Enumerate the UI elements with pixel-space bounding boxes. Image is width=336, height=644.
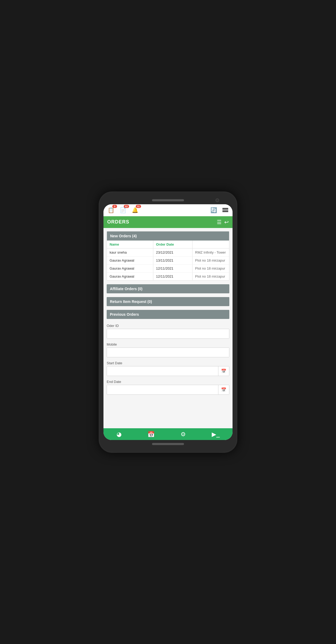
logout-icon: ▶⎯: [212, 431, 220, 438]
row2-address: Plot no 18 mirzapur: [193, 257, 229, 264]
col-header-name: Name: [107, 241, 153, 248]
table-row[interactable]: Gaurav Agrawal 12/11/2021 Plot no 18 mir…: [107, 265, 229, 273]
bottom-navigation: ◕ 📅 ⚙ ▶⎯: [103, 428, 233, 440]
mobile-label: Mobile: [107, 341, 229, 347]
orders-header-title: ORDERS: [107, 219, 129, 225]
end-date-calendar-button[interactable]: 📅: [218, 385, 229, 394]
start-date-calendar-button[interactable]: 📅: [218, 366, 229, 376]
row1-address: RMZ Infinity - Tower: [193, 249, 229, 256]
documents-badge: 62: [124, 205, 129, 208]
end-date-input[interactable]: [107, 385, 218, 394]
new-orders-header: New Orders (4): [107, 231, 229, 241]
menu-icon-wrapper[interactable]: [222, 208, 228, 212]
end-date-label: End Date: [107, 379, 229, 385]
row1-name: kaur sneha: [107, 249, 153, 256]
order-id-input-wrapper: [107, 329, 229, 339]
order-id-label: Oder ID: [107, 323, 229, 329]
row4-date: 12/11/2021: [153, 273, 193, 280]
phone-top-bar: [103, 196, 233, 204]
new-orders-title: New Orders (4): [107, 231, 229, 241]
nav-calendar[interactable]: 📅: [147, 431, 155, 438]
row3-address: Plot no 18 mirzapur: [193, 265, 229, 272]
mobile-input-wrapper: [107, 347, 229, 357]
calendar-icon: 📅: [147, 431, 155, 438]
phone-pill: [152, 199, 184, 201]
order-id-input[interactable]: [107, 329, 229, 338]
phone-screen: 📋 0 📄 62 🔔 31 🔄 ORDERS: [103, 204, 233, 440]
list-view-icon[interactable]: ☰: [217, 219, 222, 225]
phone-camera: [215, 198, 219, 202]
start-date-input-wrapper: 📅: [107, 366, 229, 376]
row4-name: Gaurav Agrawal: [107, 273, 153, 280]
nav-logout[interactable]: ▶⎯: [212, 431, 220, 438]
row3-name: Gaurav Agrawal: [107, 265, 153, 272]
orders-badge: 0: [112, 205, 117, 208]
table-row[interactable]: Gaurav Agrawal 13/11/2021 Plot no 18 mir…: [107, 257, 229, 265]
row2-name: Gaurav Agrawal: [107, 257, 153, 264]
orders-icon-wrapper[interactable]: 📋 0: [108, 207, 114, 213]
row1-date: 23/12/2021: [153, 249, 193, 256]
affiliate-orders-section[interactable]: Affiliate Orders (0): [107, 284, 229, 293]
orders-header-banner: ORDERS ☰ ↩: [103, 216, 233, 228]
start-date-input[interactable]: [107, 366, 218, 376]
row2-date: 13/11/2021: [153, 257, 193, 264]
table-row[interactable]: Gaurav Agrawal 12/11/2021 Plot no 18 mir…: [107, 273, 229, 280]
table-row[interactable]: kaur sneha 23/12/2021 RMZ Infinity - Tow…: [107, 249, 229, 257]
end-date-input-wrapper: 📅: [107, 385, 229, 395]
return-item-section[interactable]: Return Item Request (0): [107, 297, 229, 306]
previous-orders-header[interactable]: Previous Orders: [107, 310, 229, 319]
order-id-group: Oder ID: [107, 323, 229, 339]
previous-orders-section: Previous Orders Oder ID Mobile: [107, 310, 229, 395]
nav-dashboard[interactable]: ◕: [117, 431, 122, 438]
start-date-label: Start Date: [107, 360, 229, 366]
new-orders-table: New Orders (4) Name Order Date kaur sneh…: [107, 231, 229, 281]
hamburger-icon: [222, 208, 228, 212]
back-icon[interactable]: ↩: [224, 219, 229, 225]
phone-bottom-pill: [152, 443, 184, 445]
refresh-icon-wrapper[interactable]: 🔄: [210, 207, 217, 213]
settings-icon: ⚙: [181, 431, 186, 438]
mobile-group: Mobile: [107, 341, 229, 357]
col-header-date: Order Date: [153, 241, 193, 248]
end-date-group: End Date 📅: [107, 379, 229, 395]
refresh-icon: 🔄: [210, 207, 217, 213]
nav-settings[interactable]: ⚙: [181, 431, 186, 438]
phone-frame: 📋 0 📄 62 🔔 31 🔄 ORDERS: [99, 191, 237, 453]
bell-icon-wrapper[interactable]: 🔔 31: [132, 207, 138, 213]
row3-date: 12/11/2021: [153, 265, 193, 272]
mobile-input[interactable]: [107, 348, 229, 357]
top-navigation: 📋 0 📄 62 🔔 31 🔄: [103, 204, 233, 216]
documents-icon-wrapper[interactable]: 📄 62: [120, 207, 126, 213]
screen-content: New Orders (4) Name Order Date kaur sneh…: [103, 228, 233, 428]
orders-header-icons: ☰ ↩: [217, 219, 229, 225]
start-date-group: Start Date 📅: [107, 360, 229, 376]
table-col-headers: Name Order Date: [107, 241, 229, 249]
bell-badge: 31: [136, 205, 141, 208]
dashboard-icon: ◕: [117, 431, 122, 438]
phone-bottom-bar: [103, 440, 233, 448]
row4-address: Plot no 18 mirzapur: [193, 273, 229, 280]
col-header-address: [193, 241, 229, 248]
